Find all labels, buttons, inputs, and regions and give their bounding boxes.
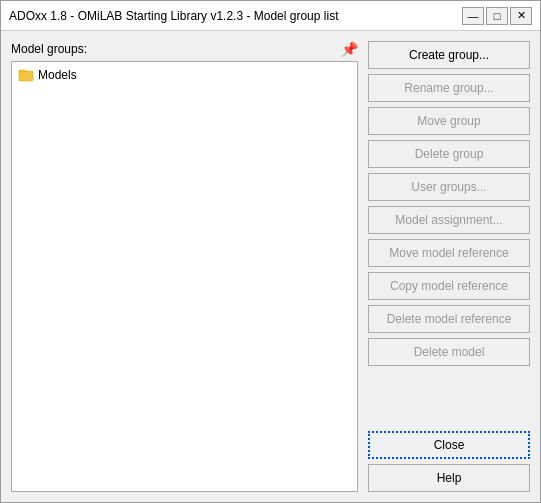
create-group-button[interactable]: Create group... (368, 41, 530, 69)
title-bar: ADOxx 1.8 - OMiLAB Starting Library v1.2… (1, 1, 540, 31)
svg-rect-0 (19, 71, 33, 81)
help-button[interactable]: Help (368, 464, 530, 492)
window-title: ADOxx 1.8 - OMiLAB Starting Library v1.2… (9, 9, 338, 23)
left-panel: Model groups: 📌 Models (11, 41, 358, 492)
close-button[interactable]: Close (368, 431, 530, 459)
model-assignment-button[interactable]: Model assignment... (368, 206, 530, 234)
user-groups-button[interactable]: User groups... (368, 173, 530, 201)
content-area: Model groups: 📌 Models Create group... R… (1, 31, 540, 502)
pin-icon[interactable]: 📌 (341, 41, 358, 57)
window-controls: — □ ✕ (462, 7, 532, 25)
panel-label: Model groups: 📌 (11, 41, 358, 57)
model-groups-label: Model groups: (11, 42, 87, 56)
right-panel: Create group... Rename group... Move gro… (368, 41, 530, 492)
delete-group-button[interactable]: Delete group (368, 140, 530, 168)
copy-model-reference-button[interactable]: Copy model reference (368, 272, 530, 300)
rename-group-button[interactable]: Rename group... (368, 74, 530, 102)
tree-view[interactable]: Models (11, 61, 358, 492)
delete-model-button[interactable]: Delete model (368, 338, 530, 366)
list-item[interactable]: Models (16, 66, 353, 84)
move-model-reference-button[interactable]: Move model reference (368, 239, 530, 267)
spacer (368, 371, 530, 426)
minimize-button[interactable]: — (462, 7, 484, 25)
maximize-button[interactable]: □ (486, 7, 508, 25)
move-group-button[interactable]: Move group (368, 107, 530, 135)
delete-model-reference-button[interactable]: Delete model reference (368, 305, 530, 333)
close-window-button[interactable]: ✕ (510, 7, 532, 25)
main-window: ADOxx 1.8 - OMiLAB Starting Library v1.2… (0, 0, 541, 503)
tree-item-label: Models (38, 68, 77, 82)
folder-icon (18, 67, 34, 83)
